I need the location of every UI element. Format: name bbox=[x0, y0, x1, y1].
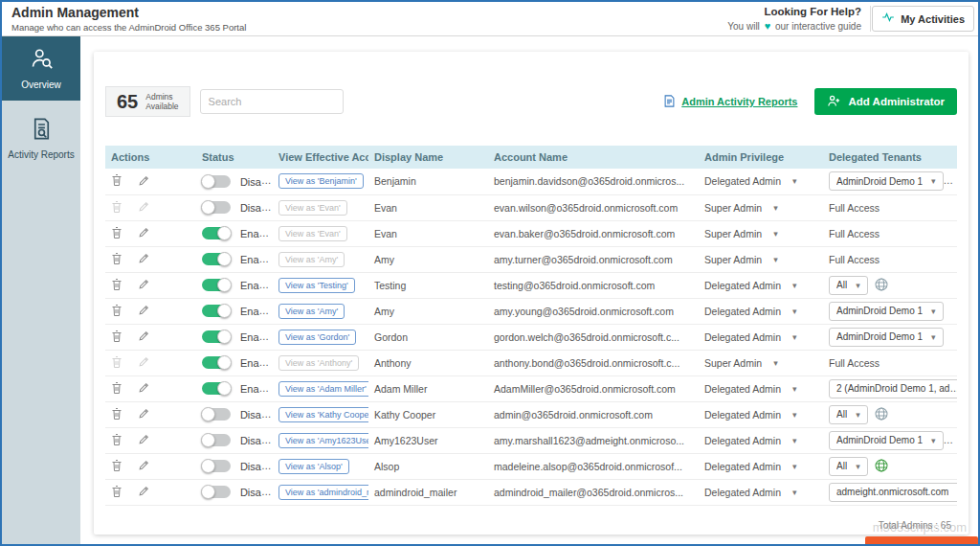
account-name: amy.turner@o365droid.onmicrosoft.com bbox=[488, 246, 699, 272]
delete-icon[interactable] bbox=[111, 459, 122, 474]
delete-icon[interactable] bbox=[111, 304, 122, 319]
view-as-button[interactable]: View as 'Anthony' bbox=[278, 355, 359, 371]
delete-icon[interactable] bbox=[111, 407, 122, 422]
admin-privilege-dropdown[interactable]: Delegated Admin ▾ bbox=[704, 487, 797, 498]
view-access-cell: View as 'Amy1623User' bbox=[273, 427, 368, 453]
tenant-dropdown[interactable]: 2 (AdminDroid Demo 1, admei▾ bbox=[829, 379, 957, 398]
table-row: Disabled View as 'admindroid_mailer' adm… bbox=[105, 479, 957, 505]
admin-privilege-dropdown[interactable]: Delegated Admin ▾ bbox=[704, 280, 797, 291]
delete-icon[interactable] bbox=[111, 252, 122, 267]
tenant-dropdown[interactable]: AdminDroid Demo 1▾ bbox=[829, 302, 944, 321]
status-label: Enabled bbox=[240, 357, 273, 369]
status-toggle[interactable] bbox=[202, 460, 231, 472]
edit-icon[interactable] bbox=[138, 407, 150, 421]
view-as-button[interactable]: View as 'Alsop' bbox=[278, 459, 349, 474]
edit-icon[interactable] bbox=[138, 226, 150, 240]
admin-privilege-dropdown[interactable]: Delegated Admin ▾ bbox=[704, 435, 797, 446]
view-as-button[interactable]: View as 'Evan' bbox=[278, 200, 347, 216]
sidebar-item-label: Overview bbox=[2, 80, 80, 92]
admin-privilege-dropdown[interactable]: Super Admin ▾ bbox=[704, 202, 778, 214]
admin-privilege-dropdown[interactable]: Delegated Admin ▾ bbox=[704, 383, 797, 395]
admin-privilege-dropdown[interactable]: Super Admin ▾ bbox=[704, 357, 778, 369]
search-input[interactable] bbox=[200, 89, 344, 114]
view-as-button[interactable]: View as 'Testing' bbox=[278, 278, 355, 293]
delete-icon[interactable] bbox=[111, 226, 122, 241]
view-as-button[interactable]: View as 'admindroid_mailer' bbox=[278, 485, 368, 500]
edit-icon[interactable] bbox=[138, 252, 150, 266]
sidebar-item-activity-reports[interactable]: Activity Reports bbox=[2, 101, 80, 168]
status-toggle[interactable] bbox=[202, 305, 231, 317]
edit-icon[interactable] bbox=[138, 304, 150, 318]
sidebar-item-overview[interactable]: Overview bbox=[2, 36, 80, 101]
admin-privilege-dropdown[interactable]: Super Admin ▾ bbox=[704, 254, 778, 265]
status-toggle[interactable] bbox=[202, 279, 231, 291]
globe-icon[interactable] bbox=[874, 277, 889, 294]
add-administrator-button[interactable]: Add Administrator bbox=[814, 88, 957, 115]
status-toggle[interactable] bbox=[202, 201, 231, 214]
edit-icon[interactable] bbox=[138, 278, 150, 292]
view-access-cell: View as 'Kathy Cooper' bbox=[273, 401, 368, 427]
toggle-knob bbox=[201, 407, 215, 421]
status-toggle[interactable] bbox=[202, 253, 231, 265]
admin-privilege-dropdown[interactable]: Delegated Admin ▾ bbox=[704, 175, 797, 187]
admin-privilege-dropdown[interactable]: Super Admin ▾ bbox=[704, 228, 778, 239]
globe-icon[interactable] bbox=[874, 406, 889, 423]
status-cell: Enabled bbox=[196, 272, 273, 298]
status-toggle[interactable] bbox=[202, 434, 231, 446]
edit-icon[interactable] bbox=[138, 200, 150, 215]
display-name: Adam Miller bbox=[368, 375, 488, 401]
delete-icon[interactable] bbox=[111, 330, 122, 345]
admin-privilege-dropdown[interactable]: Delegated Admin ▾ bbox=[704, 306, 797, 317]
status-toggle[interactable] bbox=[202, 382, 231, 395]
delete-icon[interactable] bbox=[111, 485, 122, 500]
admin-privilege-dropdown[interactable]: Delegated Admin ▾ bbox=[704, 461, 797, 472]
tenant-dropdown[interactable]: All▾ bbox=[829, 405, 868, 424]
edit-icon[interactable] bbox=[138, 355, 150, 370]
view-as-button[interactable]: View as 'Adam Miller' bbox=[278, 381, 368, 397]
delete-icon[interactable] bbox=[111, 355, 122, 371]
view-as-button[interactable]: View as 'Kathy Cooper' bbox=[278, 407, 368, 422]
actions-cell bbox=[105, 427, 196, 453]
tenant-dropdown[interactable]: All▾ bbox=[829, 457, 868, 476]
admin-activity-reports-link[interactable]: Admin Activity Reports bbox=[662, 94, 797, 110]
status-toggle[interactable] bbox=[202, 356, 231, 369]
status-toggle[interactable] bbox=[202, 227, 231, 239]
tenant-dropdown[interactable]: AdminDroid Demo 1▾ bbox=[829, 328, 944, 347]
admin-privilege-dropdown[interactable]: Delegated Admin ▾ bbox=[704, 331, 797, 343]
tenant-access-label: Full Access bbox=[829, 202, 880, 214]
delete-icon[interactable] bbox=[111, 381, 122, 397]
my-activities-button[interactable]: My Activities bbox=[872, 6, 974, 32]
globe-icon[interactable] bbox=[874, 458, 889, 475]
view-as-button[interactable]: View as 'Evan' bbox=[278, 226, 347, 241]
edit-icon[interactable] bbox=[138, 174, 150, 189]
edit-icon[interactable] bbox=[138, 330, 150, 344]
display-name: Evan bbox=[368, 220, 488, 246]
edit-icon[interactable] bbox=[138, 381, 150, 396]
add-administrator-label: Add Administrator bbox=[848, 96, 945, 107]
view-as-button[interactable]: View as 'Gordon' bbox=[278, 330, 356, 345]
view-as-button[interactable]: View as 'Amy' bbox=[278, 304, 345, 319]
actions-cell bbox=[105, 169, 196, 194]
delete-icon[interactable] bbox=[111, 200, 122, 216]
edit-icon[interactable] bbox=[138, 433, 150, 447]
help-title: Looking For Help? bbox=[727, 6, 861, 17]
tenant-dropdown[interactable]: AdminDroid Demo 1▾ bbox=[829, 431, 944, 450]
edit-icon[interactable] bbox=[138, 459, 150, 473]
delete-icon[interactable] bbox=[111, 433, 122, 448]
view-as-button[interactable]: View as 'Benjamin' bbox=[278, 173, 364, 189]
status-toggle[interactable] bbox=[202, 486, 231, 498]
status-toggle[interactable] bbox=[202, 408, 231, 421]
delete-icon[interactable] bbox=[111, 278, 122, 293]
toolbar-right: Admin Activity Reports Add Administrator bbox=[662, 88, 957, 115]
delete-icon[interactable] bbox=[111, 173, 122, 189]
admin-privilege-dropdown[interactable]: Delegated Admin ▾ bbox=[704, 409, 797, 421]
tenant-dropdown[interactable]: admeight.onmicrosoft.com▾ bbox=[829, 483, 957, 502]
edit-icon[interactable] bbox=[138, 485, 150, 499]
tenant-dropdown[interactable]: AdminDroid Demo 1▾ bbox=[829, 171, 944, 191]
tenant-dropdown[interactable]: All▾ bbox=[829, 276, 868, 295]
status-toggle[interactable] bbox=[202, 330, 231, 343]
view-as-button[interactable]: View as 'Amy1623User' bbox=[278, 433, 368, 448]
header-divider bbox=[870, 6, 871, 32]
status-toggle[interactable] bbox=[202, 175, 231, 188]
view-as-button[interactable]: View as 'Amy' bbox=[278, 252, 345, 267]
